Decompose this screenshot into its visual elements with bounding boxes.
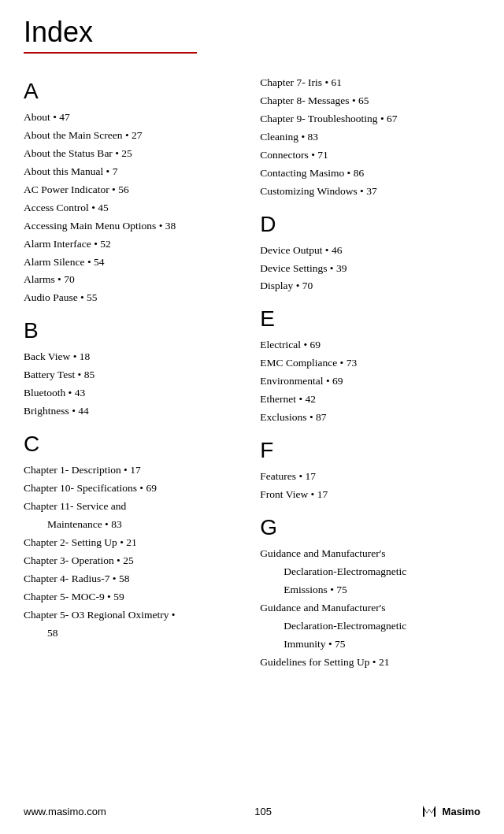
entry-guidance-emissions-2: Declaration-Electromagnetic [260,563,480,581]
entry-device-output: Device Output • 46 [260,242,480,260]
entry-customizing-windows: Customizing Windows • 37 [260,183,480,201]
section-letter-g: G [260,515,480,540]
entry-brightness: Brightness • 44 [24,402,236,421]
section-letter-d: D [260,212,480,237]
entry-back-view: Back View • 18 [24,348,236,366]
entry-chapter5-o3: Chapter 5- O3 Regional Oximetry • [24,606,236,625]
entry-environmental: Environmental • 69 [260,373,480,391]
entry-guidance-emissions-3: Emissions • 75 [260,581,480,599]
entry-about-status-bar: About the Status Bar • 25 [24,145,236,163]
entry-ac-power: AC Power Indicator • 56 [24,181,236,199]
footer-url: www.masimo.com [24,806,106,817]
entry-chapter1: Chapter 1- Description • 17 [24,461,236,480]
masimo-logo-icon [421,802,438,820]
entry-guidelines-setting-up: Guidelines for Setting Up • 21 [260,654,480,672]
entry-cleaning: Cleaning • 83 [260,128,480,146]
entry-chapter11: Chapter 11- Service and [24,498,236,516]
entry-chapter11-cont: Maintenance • 83 [24,516,236,534]
entry-guidance-emissions: Guidance and Manufacturer's [260,545,480,563]
entry-audio-pause: Audio Pause • 55 [24,289,236,307]
entry-device-settings: Device Settings • 39 [260,260,480,278]
entry-chapter8: Chapter 8- Messages • 65 [260,92,480,110]
entry-exclusions: Exclusions • 87 [260,409,480,427]
entry-bluetooth: Bluetooth • 43 [24,384,236,402]
index-columns: A About • 47 About the Main Screen • 27 … [24,68,480,672]
entry-guidance-immunity-2: Declaration-Electromagnetic [260,617,480,636]
entry-chapter5-moc: Chapter 5- MOC-9 • 59 [24,588,236,606]
entry-alarms: Alarms • 70 [24,271,236,289]
entry-about-manual: About this Manual • 7 [24,163,236,181]
footer-logo-area: Masimo [421,802,480,820]
entry-chapter3: Chapter 3- Operation • 25 [24,552,236,570]
entry-display: Display • 70 [260,277,480,295]
section-letter-f: F [260,438,480,463]
entry-features: Features • 17 [260,468,480,486]
page-title: Index [24,16,480,49]
title-rule [24,52,197,54]
entry-chapter7: Chapter 7- Iris • 61 [260,74,480,92]
svg-marker-0 [423,806,435,817]
entry-chapter10: Chapter 10- Specifications • 69 [24,480,236,498]
entry-about-main-screen: About the Main Screen • 27 [24,127,236,145]
entry-chapter4: Chapter 4- Radius-7 • 58 [24,570,236,588]
entry-alarm-silence: Alarm Silence • 54 [24,254,236,272]
footer: www.masimo.com 105 Masimo [0,802,504,820]
entry-accessing-main-menu: Accessing Main Menu Options • 38 [24,217,236,235]
entry-guidance-immunity: Guidance and Manufacturer's [260,599,480,617]
left-column: A About • 47 About the Main Screen • 27 … [24,68,252,672]
entry-emc-compliance: EMC Compliance • 73 [260,354,480,373]
footer-page-number: 105 [254,806,272,817]
entry-ethernet: Ethernet • 42 [260,391,480,409]
entry-chapter9: Chapter 9- Troubleshooting • 67 [260,110,480,128]
footer-brand-name: Masimo [443,806,480,817]
entry-connectors: Connectors • 71 [260,146,480,165]
entry-front-view: Front View • 17 [260,486,480,504]
entry-about: About • 47 [24,109,236,127]
section-letter-e: E [260,306,480,332]
right-column: Chapter 7- Iris • 61 Chapter 8- Messages… [252,68,480,672]
section-letter-c: C [24,432,236,457]
section-letter-a: A [24,79,236,104]
entry-contacting-masimo: Contacting Masimo • 86 [260,165,480,183]
entry-guidance-immunity-3: Immunity • 75 [260,636,480,654]
entry-electrical: Electrical • 69 [260,336,480,354]
entry-alarm-interface: Alarm Interface • 52 [24,235,236,254]
section-letter-b: B [24,318,236,343]
entry-chapter5-o3-cont: 58 [24,625,236,643]
entry-access-control: Access Control • 45 [24,199,236,217]
entry-battery-test: Battery Test • 85 [24,366,236,384]
entry-chapter2: Chapter 2- Setting Up • 21 [24,534,236,552]
